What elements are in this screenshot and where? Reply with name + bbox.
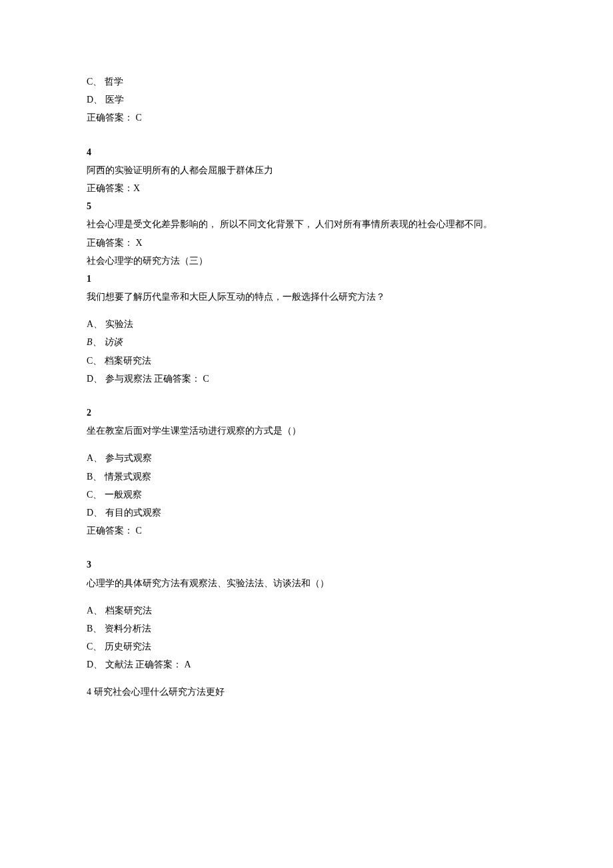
option-d: D、 医学 xyxy=(87,91,526,108)
option-c: C、 哲学 xyxy=(87,73,526,90)
option-d-answer: D、 文献法 正确答案： A xyxy=(87,656,526,673)
question-number: 3 xyxy=(87,556,526,573)
answer-text: 正确答案： C xyxy=(87,522,526,539)
answer-text: 正确答案： X xyxy=(87,234,526,251)
option-a: A、 参与式观察 xyxy=(87,450,526,466)
option-d: D、 有目的式观察 xyxy=(87,504,526,521)
option-c: C、 一般观察 xyxy=(87,486,526,503)
option-b-text: 访谈 xyxy=(104,337,123,347)
question-text: 心理学的具体研究方法有观察法、实验法法、访谈法和（） xyxy=(87,575,526,592)
question-number: 2 xyxy=(87,404,526,421)
option-a: A、 档案研究法 xyxy=(87,602,526,619)
option-c: C、 历史研究法 xyxy=(87,638,526,655)
option-b-prefix: B、 xyxy=(87,337,102,347)
option-d-answer: D、 参与观察法 正确答案： C xyxy=(87,370,526,387)
question-text: 4 研究社会心理什么研究方法更好 xyxy=(87,683,526,700)
option-c: C、 档案研究法 xyxy=(87,352,526,369)
option-b: B、 情景式观察 xyxy=(87,468,526,485)
answer-text: 正确答案： C xyxy=(87,109,526,126)
question-text: 社会心理是受文化差异影响的， 所以不同文化背景下， 人们对所有事情所表现的社会心… xyxy=(87,216,526,232)
question-number: 4 xyxy=(87,144,526,161)
question-text: 坐在教室后面对学生课堂活动进行观察的方式是（） xyxy=(87,422,526,439)
option-b: B、 访谈 xyxy=(87,334,526,350)
question-text: 我们想要了解历代皇帝和大臣人际互动的特点，一般选择什么研究方法？ xyxy=(87,288,526,305)
answer-text: 正确答案：X xyxy=(87,180,526,197)
option-b: B、 资料分析法 xyxy=(87,620,526,637)
question-number: 1 xyxy=(87,270,526,287)
option-a: A、 实验法 xyxy=(87,316,526,332)
question-number: 5 xyxy=(87,198,526,215)
section-title: 社会心理学的研究方法（三） xyxy=(87,252,526,269)
question-text: 阿西的实验证明所有的人都会屈服于群体压力 xyxy=(87,162,526,179)
